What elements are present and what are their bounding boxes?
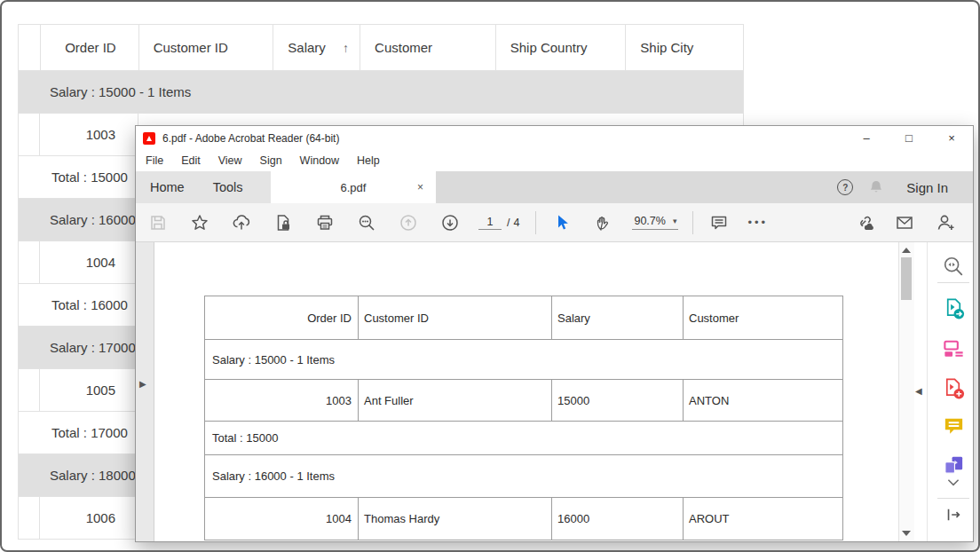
toolbar-divider — [535, 211, 536, 234]
more-tools-button[interactable]: ••• — [747, 216, 768, 229]
export-pdf-button[interactable] — [941, 296, 966, 320]
next-page-button[interactable] — [437, 209, 463, 236]
protect-file-button[interactable] — [270, 209, 296, 236]
zoom-dropdown[interactable]: 90.7% ▾ — [632, 215, 678, 230]
pdf-group-label: Salary : 15000 - 1 Items — [205, 340, 842, 379]
tab-group-left: Home Tools — [136, 171, 271, 203]
edit-pdf-icon — [942, 336, 966, 360]
maximize-button[interactable]: □ — [888, 126, 930, 150]
pdf-header-customer: Customer — [683, 296, 842, 339]
tab-bar: Home Tools 6.pdf × ? Sign In — [136, 171, 973, 203]
toolbar-divider — [692, 211, 693, 234]
pdf-summary-row: Total : 15000 — [205, 421, 842, 454]
edit-pdf-button[interactable] — [941, 335, 966, 360]
grid-header-row: Order ID Customer ID Salary ↑ Customer S… — [18, 24, 744, 71]
pointer-icon — [552, 213, 572, 233]
toolbar-right-group — [850, 209, 959, 236]
grid-group-label: Salary : 18000 - — [50, 468, 144, 483]
star-icon — [190, 213, 209, 233]
main-toolbar: 1 / 4 90.7% ▾ ••• — [136, 203, 973, 242]
more-tools-chevron-button[interactable] — [941, 476, 966, 490]
menu-edit[interactable]: Edit — [181, 154, 201, 167]
pdf-cell: 1003 — [205, 380, 358, 421]
previous-page-button[interactable] — [395, 209, 422, 236]
share-link-icon — [854, 213, 874, 233]
create-pdf-icon — [942, 376, 966, 400]
comment-button[interactable] — [706, 209, 732, 236]
send-email-button[interactable] — [891, 209, 918, 236]
pdf-cell: AROUT — [683, 498, 842, 540]
pdf-cell: Ant Fuller — [358, 380, 551, 421]
pdf-page: Order ID Customer ID Salary Customer Sal… — [154, 242, 898, 541]
chevron-down-icon — [946, 477, 960, 488]
grid-header-customer-id[interactable]: Customer ID — [138, 25, 273, 70]
scrollbar-thumb[interactable] — [901, 257, 912, 300]
scroll-down-icon[interactable] — [902, 531, 911, 536]
screen: Order ID Customer ID Salary ↑ Customer S… — [0, 0, 980, 552]
envelope-icon — [895, 213, 914, 233]
help-icon[interactable]: ? — [837, 179, 853, 195]
window-controls: – □ × — [845, 126, 973, 150]
grid-header-salary[interactable]: Salary ↑ — [273, 25, 360, 70]
select-tool-button[interactable] — [549, 209, 575, 236]
export-pdf-icon — [942, 296, 966, 320]
acrobat-app-icon — [143, 132, 155, 145]
print-button[interactable] — [312, 209, 338, 236]
grid-header-ship-country[interactable]: Ship Country — [495, 25, 626, 70]
request-signature-button[interactable] — [932, 209, 959, 236]
vertical-scrollbar[interactable] — [898, 242, 914, 541]
title-bar[interactable]: 6.pdf - Adobe Acrobat Reader (64-bit) – … — [136, 126, 973, 150]
expand-left-panel-icon[interactable]: ▶ — [139, 379, 146, 389]
create-pdf-button[interactable] — [941, 375, 966, 400]
pdf-cell: 16000 — [551, 498, 683, 540]
save-button[interactable] — [145, 209, 171, 236]
chevron-down-icon: ▾ — [673, 217, 677, 225]
combine-files-button[interactable] — [941, 453, 966, 477]
scroll-up-icon[interactable] — [902, 248, 911, 253]
combine-files-icon — [942, 453, 966, 477]
sidebar-separator — [937, 498, 969, 499]
grid-header-customer[interactable]: Customer — [360, 25, 495, 70]
acrobat-window: 6.pdf - Adobe Acrobat Reader (64-bit) – … — [135, 125, 974, 542]
search-button[interactable] — [353, 209, 380, 236]
sidebar-divider-line — [927, 242, 928, 541]
grid-row-indicator — [19, 497, 40, 539]
tab-bar-right: ? Sign In — [436, 171, 973, 203]
minimize-button[interactable]: – — [845, 126, 888, 150]
tab-tools[interactable]: Tools — [199, 171, 257, 203]
grid-cell-order-id: 1003 — [40, 114, 138, 155]
page-number-input[interactable]: 1 — [478, 216, 502, 230]
tab-home[interactable]: Home — [136, 171, 199, 203]
tab-close-icon[interactable]: × — [417, 181, 423, 193]
share-link-button[interactable] — [850, 209, 877, 236]
grid-header-ship-city[interactable]: Ship City — [625, 25, 743, 70]
menu-sign[interactable]: Sign — [260, 154, 282, 167]
notifications-bell-icon[interactable] — [867, 178, 885, 196]
grid-header-order-id[interactable]: Order ID — [40, 25, 138, 70]
zoom-value: 90.7% — [634, 215, 665, 227]
hand-tool-button[interactable] — [590, 209, 617, 236]
pdf-header-salary: Salary — [551, 296, 683, 339]
grid-group-row[interactable]: Salary : 15000 - 1 Items — [19, 71, 743, 114]
open-tools-pane-button[interactable] — [941, 505, 966, 524]
sidebar-separator — [937, 282, 969, 283]
menu-file[interactable]: File — [146, 154, 163, 167]
menu-view[interactable]: View — [218, 154, 242, 167]
expand-pane-arrow-icon — [944, 506, 962, 524]
tab-document[interactable]: 6.pdf × — [271, 171, 436, 203]
menu-help[interactable]: Help — [357, 154, 380, 167]
marquee-zoom-button[interactable] — [941, 254, 966, 279]
grid-cell-order-id: 1004 — [40, 241, 138, 283]
file-lock-icon — [273, 213, 293, 233]
left-panel-strip[interactable]: ▶ — [136, 242, 154, 541]
pdf-group-label: Salary : 16000 - 1 Items — [205, 455, 842, 497]
close-button[interactable]: × — [930, 126, 973, 150]
pdf-group-row: Salary : 16000 - 1 Items — [205, 454, 842, 497]
sign-in-button[interactable]: Sign In — [906, 180, 948, 195]
comment-panel-button[interactable] — [941, 414, 966, 438]
grid-summary-label: Total : 15000 — [51, 170, 128, 185]
collapse-right-panel-icon[interactable]: ◀ — [915, 386, 922, 396]
star-favorites-button[interactable] — [186, 209, 213, 236]
cloud-upload-button[interactable] — [228, 209, 255, 236]
menu-window[interactable]: Window — [300, 154, 339, 167]
